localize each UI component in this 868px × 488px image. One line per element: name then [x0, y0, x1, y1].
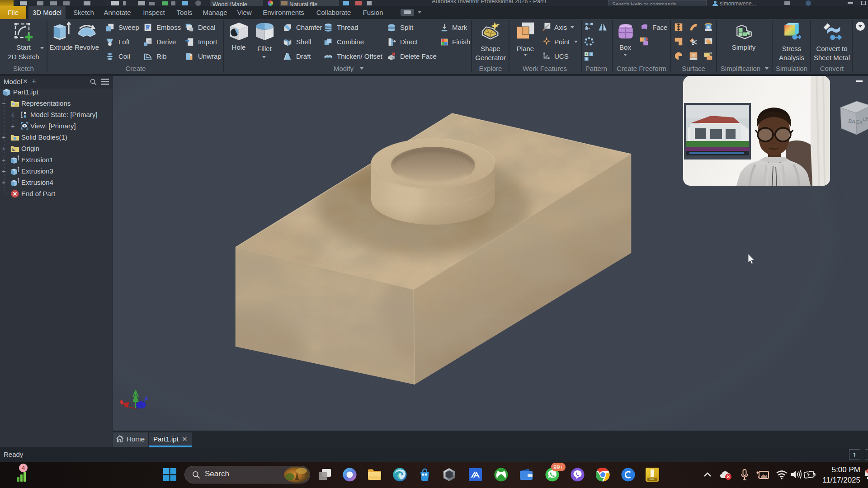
svg-text:LE: LE: [862, 116, 868, 122]
svg-text:PRO: PRO: [649, 478, 655, 481]
